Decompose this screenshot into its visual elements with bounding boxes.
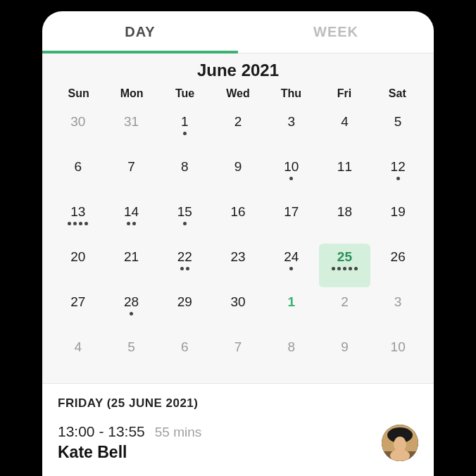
event-dot [84, 222, 88, 225]
day-number: 8 [287, 339, 295, 355]
event-dot [289, 267, 293, 270]
day-number: 17 [284, 204, 299, 220]
day-cell[interactable]: 11 [319, 154, 371, 197]
day-cell[interactable]: 13 [52, 199, 104, 242]
day-number: 25 [337, 249, 352, 265]
day-number: 31 [124, 114, 139, 130]
day-cell[interactable]: 5 [372, 108, 424, 152]
day-cell[interactable]: 1 [158, 108, 211, 152]
tab-week[interactable]: WEEK [238, 11, 434, 53]
day-number: 16 [230, 204, 245, 220]
day-cell[interactable]: 14 [106, 199, 158, 242]
event-dot [180, 267, 184, 270]
event-info: 13:00 - 13:55 55 mins Kate Bell [58, 423, 201, 462]
day-cell[interactable]: 26 [372, 244, 424, 287]
day-cell[interactable]: 6 [158, 334, 211, 377]
day-cell[interactable]: 4 [319, 108, 371, 152]
day-cell[interactable]: 16 [212, 199, 264, 242]
weekday-label: Fri [318, 84, 370, 103]
day-cell[interactable]: 19 [372, 199, 424, 242]
tab-day[interactable]: DAY [42, 11, 238, 53]
day-number: 18 [337, 204, 352, 220]
day-number: 4 [341, 114, 349, 130]
day-number: 23 [230, 249, 245, 265]
day-cell[interactable]: 17 [265, 199, 318, 242]
event-dot [68, 222, 71, 225]
day-cell[interactable]: 8 [158, 154, 211, 197]
day-cell[interactable]: 18 [319, 199, 371, 242]
event-dots [68, 222, 88, 225]
day-cell[interactable]: 30 [212, 289, 264, 332]
event-dot [73, 222, 77, 225]
day-number: 15 [177, 204, 192, 220]
day-number: 4 [75, 339, 82, 355]
day-cell[interactable]: 30 [52, 108, 104, 152]
day-number: 10 [284, 159, 299, 175]
event-dots [289, 267, 293, 270]
day-number: 5 [394, 114, 402, 130]
day-cell[interactable]: 23 [212, 244, 264, 287]
event-dot [343, 267, 346, 270]
selected-date-header: FRIDAY (25 JUNE 2021) [58, 396, 418, 411]
day-cell[interactable]: 25 [319, 244, 371, 287]
event-dot [349, 267, 352, 270]
event-dots [130, 312, 133, 315]
day-cell[interactable]: 3 [372, 289, 424, 332]
event-dot [132, 222, 136, 225]
day-cell[interactable]: 2 [319, 289, 371, 332]
weekday-label: Sat [371, 84, 424, 103]
event-dots [289, 177, 293, 180]
day-cell[interactable]: 22 [158, 244, 211, 287]
day-number: 29 [177, 294, 192, 310]
day-cell[interactable]: 10 [372, 334, 424, 377]
day-cell[interactable]: 7 [212, 334, 264, 377]
day-cell[interactable]: 9 [319, 334, 371, 377]
day-cell[interactable]: 28 [106, 289, 158, 332]
day-number: 12 [391, 159, 406, 175]
day-number: 2 [341, 294, 349, 310]
event-dot [186, 267, 189, 270]
event-dot [183, 222, 187, 225]
event-time: 13:00 - 13:55 [58, 423, 145, 440]
event-person-name: Kate Bell [58, 443, 201, 462]
day-cell[interactable]: 15 [158, 199, 211, 242]
day-number: 14 [124, 204, 139, 220]
day-cell[interactable]: 6 [52, 154, 104, 197]
day-cell[interactable]: 7 [106, 154, 158, 197]
avatar[interactable] [382, 425, 418, 461]
day-number: 19 [391, 204, 406, 220]
event-dot [79, 222, 82, 225]
view-tabs: DAY WEEK [42, 11, 434, 54]
event-row[interactable]: 13:00 - 13:55 55 mins Kate Bell [58, 423, 418, 462]
day-cell[interactable]: 21 [106, 244, 158, 287]
weekday-label: Thu [265, 84, 318, 103]
day-cell[interactable]: 5 [106, 334, 158, 377]
day-number: 8 [181, 159, 189, 175]
day-cell[interactable]: 9 [212, 154, 264, 197]
day-cell[interactable]: 29 [158, 289, 211, 332]
day-cell[interactable]: 4 [52, 334, 104, 377]
month-title: June 2021 [52, 61, 424, 80]
day-cell[interactable]: 3 [265, 108, 318, 152]
day-cell[interactable]: 10 [265, 154, 318, 197]
day-cell[interactable]: 24 [265, 244, 318, 287]
day-number: 9 [341, 339, 349, 355]
calendar-panel: June 2021 SunMonTueWedThuFriSat 30311234… [42, 54, 434, 384]
day-cell[interactable]: 20 [52, 244, 104, 287]
day-number: 20 [70, 249, 85, 265]
day-cell[interactable]: 31 [106, 108, 158, 152]
day-cell[interactable]: 8 [265, 334, 318, 377]
days-grid: 3031123456789101112131415161718192021222… [52, 108, 424, 377]
calendar-card: DAY WEEK June 2021 SunMonTueWedThuFriSat… [42, 11, 434, 476]
event-dot [396, 177, 400, 180]
event-dot [289, 177, 293, 180]
day-number: 24 [284, 249, 299, 265]
day-cell[interactable]: 2 [212, 108, 264, 152]
event-dot [130, 312, 133, 315]
day-number: 7 [234, 339, 242, 355]
day-cell[interactable]: 27 [52, 289, 104, 332]
day-cell[interactable]: 12 [372, 154, 424, 197]
day-number: 9 [234, 159, 242, 175]
day-cell[interactable]: 1 [265, 289, 318, 332]
event-dots [127, 222, 136, 225]
